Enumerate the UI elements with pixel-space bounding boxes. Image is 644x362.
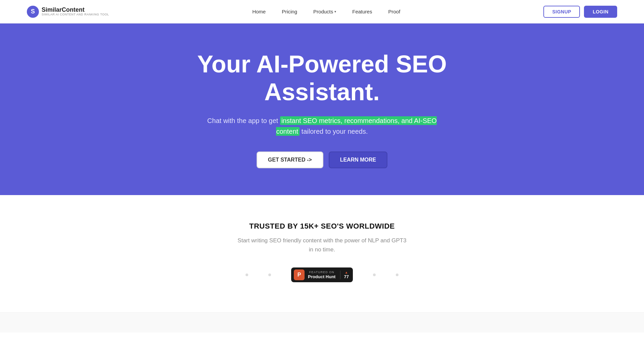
ph-votes: ▲ 77 bbox=[340, 270, 348, 279]
chevron-down-icon: ▾ bbox=[334, 10, 336, 13]
nav-features[interactable]: Features bbox=[352, 9, 372, 14]
badge-dot-3 bbox=[373, 274, 376, 276]
hero-section: Your AI-Powered SEO Assistant. Chat with… bbox=[0, 23, 644, 195]
main-nav: Home Pricing Products ▾ Features Proof bbox=[252, 9, 400, 15]
hero-subtitle-before: Chat with the app to get bbox=[207, 117, 280, 124]
product-hunt-badge[interactable]: P FEATURED ON Product Hunt ▲ 77 bbox=[291, 267, 353, 282]
logo[interactable]: S SimilarContent SIMILAR AI CONTENT AND … bbox=[27, 6, 109, 18]
navbar: S SimilarContent SIMILAR AI CONTENT AND … bbox=[0, 0, 644, 23]
brand-subtitle: SIMILAR AI CONTENT AND RANKING TOOL bbox=[42, 13, 109, 16]
bottom-bar bbox=[0, 312, 644, 333]
ph-vote-count: 77 bbox=[344, 274, 348, 279]
nav-products[interactable]: Products ▾ bbox=[313, 9, 336, 14]
hero-title: Your AI-Powered SEO Assistant. bbox=[171, 50, 473, 106]
brand-name: SimilarContent bbox=[42, 7, 109, 13]
signup-button[interactable]: SIGNUP bbox=[543, 6, 580, 18]
badge-dot-1 bbox=[246, 274, 248, 276]
badges-row: P FEATURED ON Product Hunt ▲ 77 bbox=[246, 267, 398, 282]
badge-dot-4 bbox=[396, 274, 398, 276]
nav-pricing[interactable]: Pricing bbox=[282, 9, 297, 14]
get-started-button[interactable]: GET STARTED -> bbox=[257, 152, 323, 168]
hero-subtitle: Chat with the app to get instant SEO met… bbox=[205, 115, 439, 137]
ph-arrow-icon: ▲ bbox=[345, 270, 348, 274]
login-button[interactable]: LOGIN bbox=[584, 6, 617, 18]
hero-subtitle-after: tailored to your needs. bbox=[300, 128, 368, 135]
trusted-section: TRUSTED BY 15K+ SEO'S WORLDWIDE Start wr… bbox=[0, 195, 644, 312]
hero-buttons: GET STARTED -> LEARN MORE bbox=[257, 152, 387, 168]
nav-proof[interactable]: Proof bbox=[388, 9, 400, 14]
learn-more-button[interactable]: LEARN MORE bbox=[329, 152, 388, 168]
nav-home[interactable]: Home bbox=[252, 9, 266, 14]
product-hunt-logo: P bbox=[294, 269, 305, 280]
logo-icon: S bbox=[27, 6, 39, 18]
ph-name: Product Hunt bbox=[308, 274, 335, 280]
trusted-subtitle-line2: in no time. bbox=[309, 246, 335, 253]
badge-dot-2 bbox=[268, 274, 271, 276]
svg-text:S: S bbox=[31, 8, 35, 15]
ph-featured-label: FEATURED ON bbox=[308, 270, 335, 274]
nav-products-link[interactable]: Products bbox=[313, 9, 333, 14]
product-hunt-text: FEATURED ON Product Hunt bbox=[308, 270, 335, 279]
trusted-subtitle-line1: Start writing SEO friendly content with … bbox=[237, 237, 406, 244]
trusted-title: TRUSTED BY 15K+ SEO'S WORLDWIDE bbox=[249, 222, 395, 231]
trusted-subtitle: Start writing SEO friendly content with … bbox=[237, 236, 406, 254]
navbar-actions: SIGNUP LOGIN bbox=[543, 6, 617, 18]
